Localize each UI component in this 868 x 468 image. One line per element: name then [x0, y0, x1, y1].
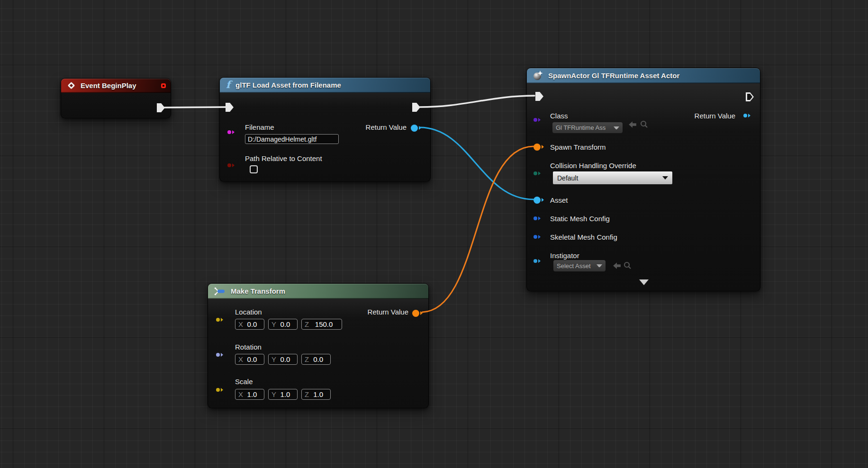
- wire-exec-beginplay-to-load[interactable]: [164, 107, 226, 108]
- node-title: Event BeginPlay: [81, 81, 136, 90]
- scale-y-field[interactable]: Y1.0: [268, 389, 298, 400]
- return-value-label: Return Value: [368, 308, 408, 316]
- filename-pin-label: Filename: [245, 123, 274, 131]
- make-struct-icon: [214, 287, 226, 296]
- event-diamond-icon: [68, 82, 75, 90]
- location-pin-label: Location: [235, 308, 262, 316]
- scale-z-field[interactable]: Z1.0: [301, 389, 331, 400]
- collision-handling-combobox[interactable]: Default: [552, 171, 673, 185]
- asset-pin-label: Asset: [550, 196, 568, 204]
- blueprint-graph-canvas[interactable]: Event BeginPlay f glTF Load Asset from F…: [0, 0, 868, 468]
- node-title: SpawnActor Gl TFRuntime Asset Actor: [548, 72, 679, 80]
- wire-asset-load-to-spawnactor[interactable]: [420, 127, 533, 199]
- location-pin[interactable]: [216, 316, 223, 324]
- instigator-dropdown[interactable]: Select Asset: [553, 260, 606, 271]
- path-relative-pin[interactable]: [227, 162, 235, 169]
- browse-search-icon[interactable]: [640, 120, 648, 128]
- collision-handling-pin-label: Collision Handling Override: [550, 162, 636, 170]
- class-dropdown[interactable]: Gl TFRuntime Ass: [552, 122, 623, 133]
- node-event-beginplay[interactable]: Event BeginPlay: [61, 78, 171, 118]
- chevron-down-icon: [597, 264, 602, 267]
- class-dropdown-value: Gl TFRuntime Ass: [556, 124, 606, 131]
- node-make-transform[interactable]: Make Transform Location X0.0 Y0.0 Z150.0…: [208, 283, 429, 408]
- chevron-down-icon: [662, 176, 668, 180]
- wire-exec-load-to-spawnactor[interactable]: [420, 96, 534, 107]
- spawn-transform-pin-label: Spawn Transform: [550, 143, 606, 151]
- node-header-event-beginplay[interactable]: Event BeginPlay: [61, 79, 171, 93]
- return-value-pin[interactable]: [743, 112, 750, 119]
- instigator-pin[interactable]: [533, 257, 541, 265]
- spawn-transform-pin[interactable]: [533, 143, 544, 151]
- exec-output-pin[interactable]: [746, 92, 754, 101]
- exec-input-pin[interactable]: [535, 92, 543, 101]
- reset-to-default-icon[interactable]: [613, 262, 621, 270]
- return-value-pin[interactable]: [412, 309, 423, 317]
- node-title: glTF Load Asset from Filename: [235, 81, 341, 89]
- path-relative-pin-label: Path Relative to Content: [245, 154, 322, 162]
- instigator-dropdown-value: Select Asset: [557, 262, 591, 270]
- collision-handling-value: Default: [557, 174, 578, 182]
- return-value-label: Return Value: [366, 123, 407, 131]
- collision-handling-pin[interactable]: [533, 170, 541, 177]
- filename-input[interactable]: [245, 134, 339, 144]
- node-header-make-transform[interactable]: Make Transform: [208, 284, 428, 299]
- chevron-down-icon: [614, 126, 619, 129]
- node-expand-arrow[interactable]: [639, 279, 649, 285]
- rotation-x-field[interactable]: X0.0: [235, 354, 264, 365]
- return-value-label: Return Value: [695, 112, 735, 120]
- node-header-gltf-load[interactable]: f glTF Load Asset from Filename: [220, 78, 430, 93]
- scale-pin[interactable]: [216, 386, 223, 394]
- instigator-pin-label: Instigator: [550, 252, 579, 260]
- class-pin-label: Class: [550, 112, 568, 120]
- location-x-field[interactable]: X0.0: [235, 319, 264, 330]
- path-relative-checkbox[interactable]: [250, 165, 258, 173]
- node-gltf-load-asset[interactable]: f glTF Load Asset from Filename Filename…: [219, 77, 431, 182]
- node-header-spawnactor[interactable]: SpawnActor Gl TFRuntime Asset Actor: [527, 68, 760, 83]
- static-mesh-config-label: Static Mesh Config: [550, 215, 610, 223]
- scale-x-field[interactable]: X1.0: [235, 389, 264, 400]
- asset-pin[interactable]: [533, 196, 544, 204]
- browse-search-icon[interactable]: [623, 261, 632, 269]
- reset-to-default-icon[interactable]: [628, 121, 637, 128]
- node-spawnactor[interactable]: SpawnActor Gl TFRuntime Asset Actor Clas…: [526, 68, 760, 291]
- location-y-field[interactable]: Y0.0: [268, 319, 298, 330]
- function-icon: f: [226, 80, 230, 90]
- scale-pin-label: Scale: [235, 378, 253, 386]
- rotation-pin-label: Rotation: [235, 343, 262, 351]
- class-pin[interactable]: [533, 116, 541, 124]
- rotation-z-field[interactable]: Z0.0: [301, 354, 331, 365]
- static-mesh-config-pin[interactable]: [533, 215, 541, 222]
- wire-transform-to-spawnactor[interactable]: [422, 146, 533, 312]
- rotation-y-field[interactable]: Y0.0: [268, 354, 298, 365]
- output-delegate-pin[interactable]: [161, 83, 166, 88]
- skeletal-mesh-config-pin[interactable]: [533, 233, 541, 241]
- rotation-pin[interactable]: [216, 351, 223, 359]
- spawn-actor-icon: [533, 71, 543, 81]
- filename-pin[interactable]: [227, 128, 235, 136]
- skeletal-mesh-config-label: Skeletal Mesh Config: [550, 233, 617, 241]
- location-z-field[interactable]: Z150.0: [301, 319, 342, 330]
- node-title: Make Transform: [231, 287, 285, 295]
